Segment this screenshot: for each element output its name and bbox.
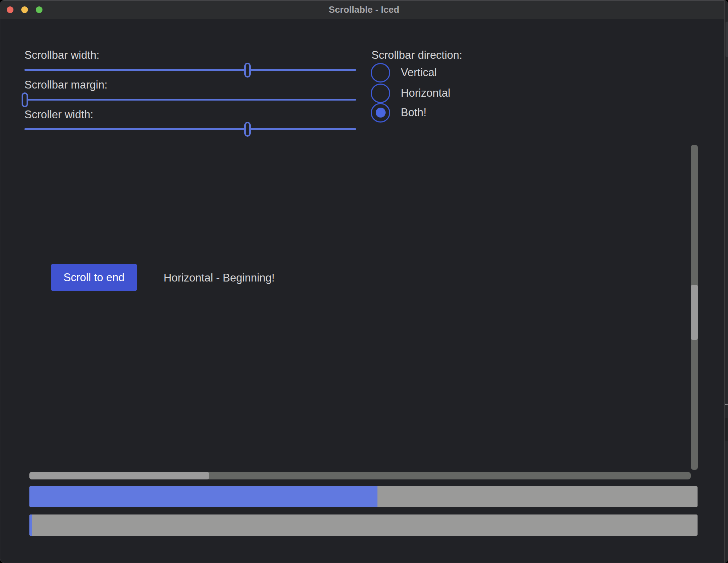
radio-option-label: Horizontal (401, 87, 450, 99)
os-scrollbar-gutter (725, 0, 728, 563)
scrollbar-width-label: Scrollbar width: (24, 49, 99, 62)
slider-track[interactable] (24, 69, 356, 71)
horizontal-progress-bar (29, 514, 698, 536)
os-scrollbar-shadow (725, 418, 728, 441)
title-bar: Scrollable - Iced (0, 0, 728, 19)
radio-option-both[interactable]: Both! (371, 103, 426, 123)
scroller-width-slider[interactable] (24, 122, 356, 137)
scrollbar-direction-label: Scrollbar direction: (371, 49, 462, 62)
app-window: Scrollable - Iced Scrollbar width: Scrol… (0, 0, 728, 563)
os-scrollbar-divider (725, 404, 728, 405)
radio-option-horizontal[interactable]: Horizontal (371, 83, 450, 103)
vertical-progress-fill (29, 486, 377, 507)
slider-handle[interactable] (22, 92, 28, 107)
radio-option-vertical[interactable]: Vertical (371, 63, 437, 83)
scroll-to-end-button[interactable]: Scroll to end (51, 264, 137, 291)
scrollbar-width-slider[interactable] (24, 63, 356, 78)
horizontal-scrollbar-thumb[interactable] (29, 472, 209, 479)
slider-track[interactable] (24, 99, 356, 101)
radio-dot (376, 108, 386, 118)
slider-handle[interactable] (244, 122, 251, 137)
slider-handle[interactable] (244, 63, 251, 78)
vertical-progress-bar (29, 486, 698, 507)
scroll-status-text: Horizontal - Beginning! (164, 272, 275, 284)
radio-icon[interactable] (371, 84, 390, 103)
vertical-scrollbar-rail[interactable] (691, 145, 698, 470)
scroller-width-label: Scroller width: (24, 108, 93, 121)
scrollbar-margin-slider[interactable] (24, 92, 356, 107)
horizontal-progress-fill (29, 514, 32, 536)
slider-track[interactable] (24, 128, 356, 130)
radio-option-label: Both! (401, 106, 426, 119)
radio-icon[interactable] (371, 63, 390, 83)
scrollbar-margin-label: Scrollbar margin: (24, 79, 107, 91)
window-title: Scrollable - Iced (0, 0, 728, 19)
radio-option-label: Vertical (401, 66, 437, 79)
vertical-scrollbar-thumb[interactable] (691, 285, 698, 340)
horizontal-scrollbar-rail[interactable] (29, 472, 691, 479)
radio-selected-icon[interactable] (371, 103, 390, 123)
os-scrollbar-thumb[interactable] (726, 22, 728, 57)
